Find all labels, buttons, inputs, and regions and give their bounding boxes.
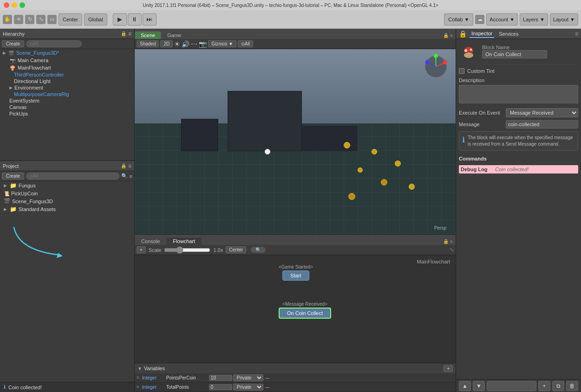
variables-collapse-icon[interactable]: ▼ (137, 366, 142, 371)
tree-label-directionallight: Directional Light (14, 78, 51, 84)
tree-item-scene[interactable]: ▶ 🎬 Scene_Fungus3D* (0, 49, 134, 57)
project-item-pickupcoin[interactable]: 📜 PickUpCoin (0, 190, 134, 197)
tab-console[interactable]: Console (135, 238, 166, 245)
step-button[interactable]: ⏭ (143, 13, 157, 26)
inspector-delete-button[interactable]: 🗑 (566, 381, 578, 391)
inspector-up-button[interactable]: ▲ (459, 381, 471, 391)
project-item-fungus[interactable]: ▶ 📁 Fungus (0, 181, 134, 190)
status-message: Coin collected! (8, 385, 42, 390)
layout-dropdown[interactable]: Layout ▼ (550, 13, 578, 26)
pause-button[interactable]: ⏸ (128, 13, 142, 26)
audio-icon[interactable]: 🔊 (182, 40, 189, 48)
close-button[interactable] (4, 2, 9, 8)
hierarchy-menu-icon[interactable]: ≡ (128, 31, 131, 37)
message-row: Message (459, 120, 578, 129)
variable-row-1: = Integer TotalPoints Private Public — (135, 383, 456, 392)
message-input[interactable] (506, 120, 578, 129)
tree-item-directionallight[interactable]: Directional Light (0, 78, 134, 84)
project-icon1[interactable]: 🔍 (121, 173, 128, 179)
flowchart-resize-icon[interactable]: ⤡ (450, 247, 454, 253)
var-0-delete-button[interactable]: — (265, 375, 270, 380)
play-button[interactable]: ▶ (113, 13, 127, 26)
search-icon[interactable]: 🔍 (251, 247, 266, 253)
variable-row-0: = Integer PointsPerCoin Private Public — (135, 373, 456, 383)
tab-flowchart[interactable]: Flowchart (166, 238, 202, 245)
project-search-input[interactable] (26, 173, 119, 180)
custom-tint-checkbox[interactable] (459, 68, 464, 74)
tab-inspector[interactable]: Inspector (470, 30, 494, 38)
layers-dropdown[interactable]: Layers ▼ (520, 13, 548, 26)
block-name-input[interactable] (482, 50, 547, 58)
gizmos-button[interactable]: Gizmos ▼ (208, 40, 236, 47)
2d-button[interactable]: 2D (160, 40, 173, 47)
tree-item-eventsystem[interactable]: EventSystem (0, 97, 134, 104)
project-label-pickupcoin: PickUpCoin (11, 191, 38, 196)
flowchart-content[interactable]: MainFlowchart <Game Started> Start <Mess… (135, 255, 456, 363)
titlebar: Unity 2017.1.1f1 Personal (64bit) – Scen… (0, 0, 581, 10)
inspector-down-button[interactable]: ▼ (473, 381, 485, 391)
start-node-button[interactable]: Start (282, 270, 309, 281)
message-label: Message (459, 122, 503, 127)
maximize-button[interactable] (20, 2, 25, 8)
coin-node-button[interactable]: On Coin Collect (279, 308, 331, 319)
var-1-access-select[interactable]: Private Public (233, 384, 263, 391)
inspector-copy-button[interactable]: ⧉ (552, 381, 564, 391)
hierarchy-lock-icon[interactable]: 🔒 (121, 31, 126, 36)
project-create-button[interactable]: Create (2, 173, 24, 180)
project-item-standardassets[interactable]: ▶ 📁 Standard Assets (0, 205, 134, 213)
tree-item-mainflowchart[interactable]: 🍄 MainFlowchart (0, 64, 134, 71)
project-lock-icon[interactable]: 🔒 (121, 163, 126, 168)
tree-item-maincamera[interactable]: 📷 Main Camera (0, 57, 134, 64)
scene-panel-lock[interactable]: 🔒 ≡ (440, 32, 456, 39)
scale-tool[interactable]: ⤡ (36, 15, 46, 24)
execute-event-dropdown[interactable]: Message Received (506, 108, 578, 117)
inspector-menu-icon[interactable]: ≡ (575, 31, 578, 37)
rect-tool[interactable]: ▭ (47, 15, 57, 24)
tab-scene[interactable]: Scene (135, 31, 161, 39)
bottom-panel-lock[interactable]: 🔒 ≡ (440, 238, 456, 245)
flowchart-add-button[interactable]: + (137, 246, 146, 253)
viewport[interactable]: Persp (135, 49, 456, 234)
rotate-tool[interactable]: ↻ (25, 15, 34, 24)
account-dropdown[interactable]: Account ▼ (486, 13, 518, 26)
tree-item-canvas[interactable]: Canvas (0, 104, 134, 110)
project-menu-icon[interactable]: ≡ (128, 163, 131, 169)
description-textarea[interactable] (459, 85, 578, 103)
var-0-value-input[interactable] (209, 375, 232, 381)
lighting-icon[interactable]: ☀ (174, 40, 180, 48)
tree-item-environment[interactable]: ▶ Environment (0, 84, 134, 91)
tab-services[interactable]: Services (497, 30, 520, 38)
project-icon2[interactable]: ≡ (130, 174, 132, 179)
hand-tool[interactable]: ✋ (3, 15, 12, 24)
tree-item-pickups[interactable]: PickUps (0, 110, 134, 117)
var-1-delete-button[interactable]: — (265, 385, 270, 390)
variables-add-button[interactable]: + (444, 365, 453, 372)
collab-button[interactable]: Collab ▼ (444, 13, 473, 26)
execute-event-label: Execute On Event (459, 110, 503, 116)
command-row-0[interactable]: Debug Log Coin collected! (459, 165, 578, 174)
cloud-icon[interactable]: ☁ (475, 15, 484, 24)
inspector-lock-icon[interactable]: 🔒 (459, 30, 467, 38)
tab-game[interactable]: Game (161, 31, 187, 39)
var-1-value-input[interactable] (209, 384, 232, 390)
hierarchy-create-button[interactable]: Create (2, 40, 24, 47)
search-all-button[interactable]: ⊙All (238, 40, 253, 47)
hierarchy-panel: Hierarchy 🔒 ≡ Create ▶ 🎬 Scene_Fungus3D*… (0, 29, 134, 161)
var-0-access-select[interactable]: Private Public (233, 374, 263, 381)
gizmo-widget[interactable]: X Y Z (423, 54, 449, 79)
global-button[interactable]: Global (84, 13, 107, 26)
hierarchy-search-input[interactable] (26, 40, 82, 47)
center-button[interactable]: Center (59, 13, 82, 26)
move-tool[interactable]: ✛ (14, 15, 23, 24)
shaded-button[interactable]: Shaded (137, 40, 159, 47)
tree-item-thirdperson[interactable]: ThirdPersonController (0, 71, 134, 78)
tree-item-multipurpose[interactable]: MultipurposeCameraRig (0, 91, 134, 97)
project-item-scene[interactable]: 🎬 Scene_Fungus3D (0, 197, 134, 205)
camera-preview-icon[interactable]: 📷 (199, 40, 207, 48)
scale-slider[interactable] (164, 246, 210, 254)
minimize-button[interactable] (12, 2, 17, 8)
inspector-plus-button[interactable]: + (538, 381, 550, 391)
flowchart-center-button[interactable]: Center (226, 246, 246, 253)
scale-row: Scale 1.0x (149, 246, 223, 254)
effects-icon[interactable]: ⋯ (191, 40, 197, 48)
